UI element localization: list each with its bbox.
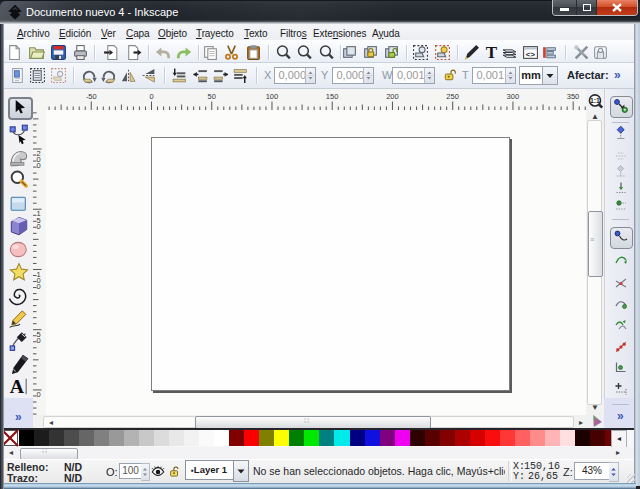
svg-text:<>: <> xyxy=(525,50,535,59)
svg-text:1:1: 1:1 xyxy=(589,97,599,104)
svg-text:A: A xyxy=(10,375,25,397)
svg-text:T: T xyxy=(485,44,497,61)
